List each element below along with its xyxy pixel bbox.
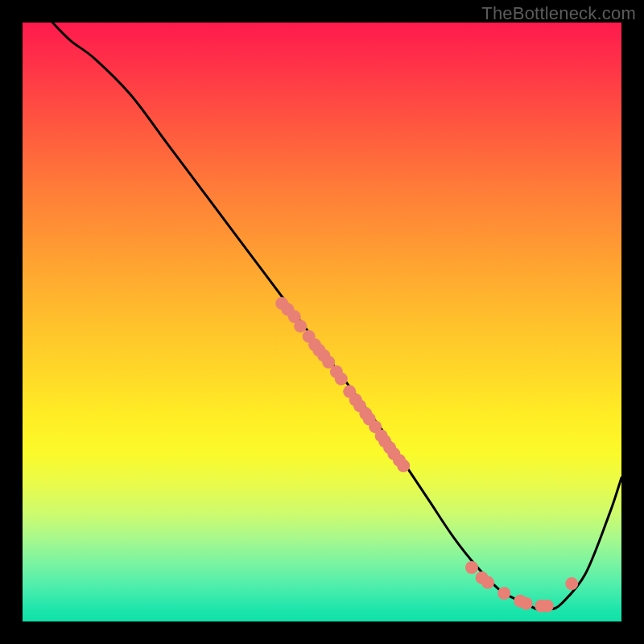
scatter-point — [520, 597, 533, 610]
scatter-points-group — [275, 297, 578, 613]
scatter-point — [481, 576, 494, 589]
scatter-point — [497, 587, 510, 600]
scatter-point — [294, 320, 307, 332]
chart-frame — [23, 23, 621, 621]
scatter-point — [565, 577, 578, 590]
watermark-text: TheBottleneck.com — [481, 3, 636, 24]
scatter-point — [335, 373, 348, 386]
scatter-point — [397, 460, 410, 473]
scatter-point — [465, 561, 478, 574]
bottleneck-curve — [52, 23, 621, 610]
chart-svg — [23, 23, 621, 621]
scatter-point — [541, 600, 554, 613]
